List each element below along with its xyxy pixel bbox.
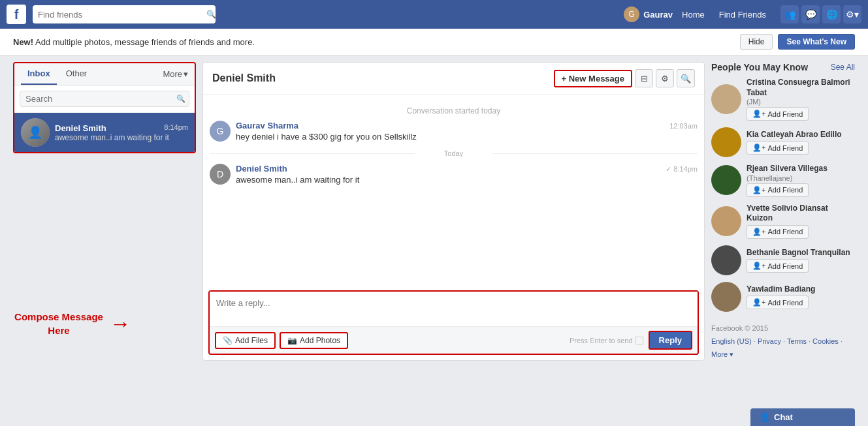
archive-icon-btn[interactable]: ⊟ xyxy=(635,69,653,87)
notif-actions: Hide See What's New xyxy=(740,34,855,50)
reply-input[interactable] xyxy=(210,292,698,324)
conv-msg-text-1: hey deniel i have a $300 gig for you on … xyxy=(236,132,698,142)
person-avatar-6 xyxy=(711,282,741,312)
person-avatar-4 xyxy=(711,206,741,236)
add-friend-button-6[interactable]: 👤+ Add Friend xyxy=(747,296,809,309)
conv-message-2: D Deniel Smith ✓ 8:14pm awesome man..i a… xyxy=(210,164,698,185)
conversation-header: Deniel Smith + New Message ⊟ ⚙ 🔍 xyxy=(203,63,704,95)
person-sub-3: (Thanellajane) xyxy=(747,174,855,182)
gear-icon-btn[interactable]: ⚙ xyxy=(656,69,674,87)
person-name-1: Cristina Consuegra Balmori Tabat xyxy=(747,78,855,98)
message-avatar: 👤 xyxy=(21,118,50,147)
conversation-panel: Deniel Smith + New Message ⊟ ⚙ 🔍 Convers… xyxy=(202,62,705,361)
today-divider: Today xyxy=(210,149,698,157)
footer-links: English (US) · Privacy · Terms · Cookies… xyxy=(711,335,855,361)
see-whats-new-button[interactable]: See What's New xyxy=(778,34,855,50)
conv-msg-text-2: awesome man..i am waiting for it xyxy=(236,175,698,185)
nav-home-link[interactable]: Home xyxy=(677,10,710,20)
footer-link-cookies[interactable]: Cookies xyxy=(812,337,839,345)
add-friend-button-1[interactable]: 👤+ Add Friend xyxy=(747,107,809,121)
footer-link-more[interactable]: More ▾ xyxy=(711,350,733,358)
nav-icons: 👥 💬 🌐 ⚙▾ xyxy=(780,5,861,23)
chevron-down-icon: ▾ xyxy=(184,69,188,79)
conv-msg-content-2: Deniel Smith ✓ 8:14pm awesome man..i am … xyxy=(236,164,698,185)
person-name-5: Bethanie Bagnol Tranquilan xyxy=(747,248,855,258)
add-friend-icon-3: 👤+ xyxy=(752,186,765,194)
footer-link-en[interactable]: English (US) xyxy=(711,337,752,345)
person-avatar-1 xyxy=(711,84,741,114)
messages-panel: Inbox Other More ▾ 🔍 👤 Deniel Smi xyxy=(13,62,196,361)
person-item-1: Cristina Consuegra Balmori Tabat (JM) 👤+… xyxy=(711,78,855,121)
fb-footer: Facebook © 2015 English (US) · Privacy ·… xyxy=(711,322,855,361)
avatar: G xyxy=(624,7,639,22)
person-info-2: Kia Catleyah Abrao Edillo 👤+ Add Friend xyxy=(747,130,855,155)
person-item-6: Yawladim Badiang 👤+ Add Friend xyxy=(711,282,855,312)
person-avatar-3 xyxy=(711,165,741,195)
person-name-3: Rjean Silvera Villegas xyxy=(747,164,855,174)
see-all-link[interactable]: See All xyxy=(831,63,855,72)
nav-username[interactable]: Gaurav xyxy=(643,10,673,20)
find-friends-input[interactable] xyxy=(33,5,216,23)
inbox-box: Inbox Other More ▾ 🔍 👤 Deniel Smi xyxy=(13,62,196,153)
inbox-search-input[interactable] xyxy=(20,91,189,107)
nav-find-friends-link[interactable]: Find Friends xyxy=(714,10,771,20)
friends-icon-btn[interactable]: 👥 xyxy=(780,5,799,23)
add-friend-button-5[interactable]: 👤+ Add Friend xyxy=(747,259,809,273)
camera-icon: 📷 xyxy=(287,336,297,345)
right-panel: People You May Know See All Cristina Con… xyxy=(711,62,855,361)
conversation-body: Conversation started today G Gaurav Shar… xyxy=(203,95,704,285)
footer-link-terms[interactable]: Terms xyxy=(787,337,807,345)
add-friend-icon-1: 👤+ xyxy=(752,110,765,118)
person-name-2: Kia Catleyah Abrao Edillo xyxy=(747,130,855,140)
add-friend-icon-4: 👤+ xyxy=(752,228,765,236)
reply-button[interactable]: Reply xyxy=(649,331,692,350)
footer-link-privacy[interactable]: Privacy xyxy=(758,337,781,345)
notif-description: Add multiple photos, message friends of … xyxy=(35,37,255,47)
hide-button[interactable]: Hide xyxy=(740,34,773,50)
tab-more[interactable]: More ▾ xyxy=(163,69,188,79)
new-message-button[interactable]: + New Message xyxy=(554,70,632,87)
notif-text: New! Add multiple photos, message friend… xyxy=(13,37,255,47)
reply-area: 📎 Add Files 📷 Add Photos Press Enter to … xyxy=(208,290,699,355)
add-friend-icon-6: 👤+ xyxy=(752,298,765,307)
message-item[interactable]: 👤 Deniel Smith 8:14pm awesome man..i am … xyxy=(14,113,195,152)
person-info-5: Bethanie Bagnol Tranquilan 👤+ Add Friend xyxy=(747,248,855,273)
notifications-icon-btn[interactable]: 🌐 xyxy=(822,5,841,23)
conv-msg-name-2: Deniel Smith xyxy=(236,164,287,174)
person-info-6: Yawladim Badiang 👤+ Add Friend xyxy=(747,284,855,310)
add-photos-button[interactable]: 📷 Add Photos xyxy=(280,332,348,349)
search-icon: 🔍 xyxy=(206,10,216,19)
person-info-4: Yvette Solivio Diansat Kuizon 👤+ Add Fri… xyxy=(747,204,855,239)
enter-checkbox[interactable] xyxy=(635,337,643,344)
inbox-tabs: Inbox Other More ▾ xyxy=(14,63,195,85)
person-avatar-5 xyxy=(711,245,741,275)
conv-msg-header-1: Gaurav Sharma 12:03am xyxy=(236,121,698,130)
main-layout: Inbox Other More ▾ 🔍 👤 Deniel Smi xyxy=(0,55,868,367)
annotation-wrapper: Compose MessageHere → xyxy=(13,310,196,337)
add-friend-button-2[interactable]: 👤+ Add Friend xyxy=(747,141,809,155)
facebook-logo: f xyxy=(7,5,26,24)
message-time: 8:14pm xyxy=(164,123,188,133)
top-nav: f 🔍 G Gaurav Home Find Friends 👥 💬 🌐 ⚙▾ xyxy=(0,0,868,29)
nav-center: G Gaurav Home Find Friends 👥 💬 🌐 ⚙▾ xyxy=(624,5,861,23)
conversation-title: Deniel Smith xyxy=(212,72,554,84)
tab-other[interactable]: Other xyxy=(59,63,94,85)
inbox-search: 🔍 xyxy=(14,85,195,113)
tab-inbox[interactable]: Inbox xyxy=(21,63,57,85)
message-name: Deniel Smith 8:14pm xyxy=(55,123,188,133)
settings-icon-btn[interactable]: ⚙▾ xyxy=(843,5,861,23)
add-friend-button-3[interactable]: 👤+ Add Friend xyxy=(747,183,809,197)
search-icon: 🔍 xyxy=(176,95,185,103)
conversation-started-label: Conversation started today xyxy=(210,106,698,115)
add-friend-button-4[interactable]: 👤+ Add Friend xyxy=(747,225,809,239)
copyright: Facebook © 2015 xyxy=(711,322,855,335)
person-item-3: Rjean Silvera Villegas (Thanellajane) 👤+… xyxy=(711,164,855,197)
messages-icon-btn[interactable]: 💬 xyxy=(801,5,820,23)
add-files-button[interactable]: 📎 Add Files xyxy=(215,332,276,349)
conv-message-1: G Gaurav Sharma 12:03am hey deniel i hav… xyxy=(210,121,698,142)
conv-msg-time-1: 12:03am xyxy=(669,122,698,130)
people-know-title: People You May Know xyxy=(711,62,808,72)
press-enter-label: Press Enter to send xyxy=(570,337,643,344)
person-name-6: Yawladim Badiang xyxy=(747,284,855,295)
search-icon-btn[interactable]: 🔍 xyxy=(677,69,695,87)
